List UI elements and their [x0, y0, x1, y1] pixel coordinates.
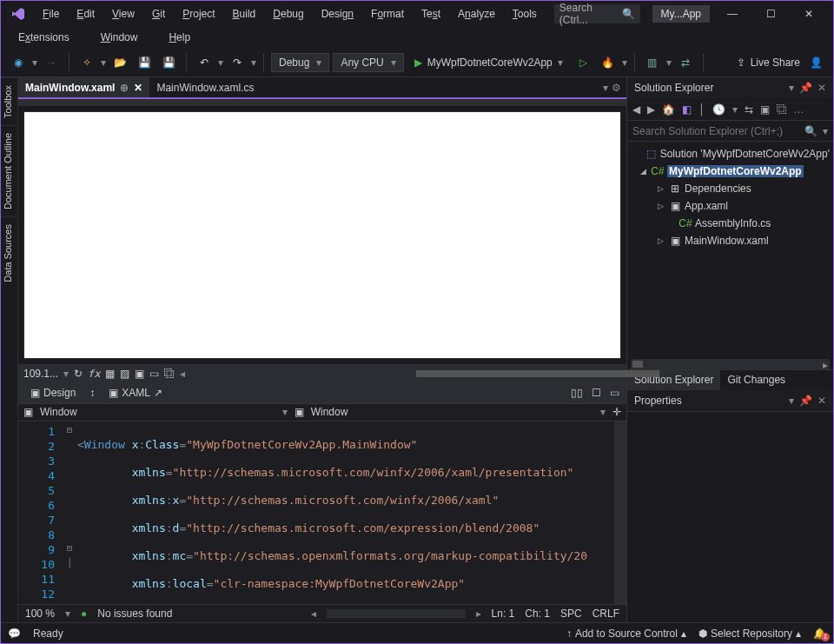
menu-view[interactable]: View [103, 4, 143, 23]
layout-icon[interactable]: ⿻ [164, 368, 175, 380]
tree-appxaml[interactable]: App.xaml [685, 200, 728, 212]
se-h-scroll[interactable]: ▸ [631, 359, 830, 369]
split-h-icon[interactable]: ▯▯ [571, 387, 583, 399]
account-button[interactable]: 👤 [805, 52, 826, 73]
nav-fwd-button[interactable]: → [41, 52, 62, 73]
tabs-settings-icon[interactable]: ⚙ [612, 82, 621, 94]
select-repository[interactable]: ⬢ Select Repository ▴ [698, 627, 801, 640]
swap-icon[interactable]: ↕ [89, 387, 95, 399]
quick-search[interactable]: Search (Ctrl... 🔍 [554, 4, 640, 23]
crumb-right[interactable]: Window [311, 406, 348, 418]
ruler-icon[interactable]: ▭ [149, 368, 159, 380]
se-collapse-icon[interactable]: ⿻ [777, 103, 787, 116]
start-nodebug-button[interactable]: ▷ [573, 52, 594, 73]
grid-icon[interactable]: ▦ [105, 368, 115, 380]
tree-dependencies[interactable]: Dependencies [685, 183, 751, 195]
rail-data-sources[interactable]: Data Sources [1, 216, 17, 289]
se-showall-icon[interactable]: ▣ [760, 103, 770, 116]
se-sync-icon[interactable]: ⇆ [745, 103, 753, 116]
menu-debug[interactable]: Debug [264, 4, 312, 23]
zoom-level[interactable]: 109.1... [23, 368, 58, 380]
rail-document-outline[interactable]: Document Outline [1, 125, 17, 216]
tree-assemblyinfo[interactable]: AssemblyInfo.cs [695, 217, 771, 229]
expand-icon[interactable]: ▷ [655, 202, 665, 210]
menu-file[interactable]: FFileile [34, 4, 68, 23]
issues-label[interactable]: No issues found [97, 607, 172, 620]
designer-h-scroll[interactable] [190, 369, 611, 378]
split-editor-icon[interactable]: ✛ [612, 406, 621, 418]
se-search-input[interactable] [632, 125, 799, 137]
expand-icon[interactable]: ◢ [638, 167, 648, 176]
xaml-designer-canvas[interactable] [23, 111, 621, 359]
minimize-button[interactable]: — [713, 2, 751, 26]
notifications-icon[interactable]: 🔔1 [813, 627, 826, 640]
platform-combo[interactable]: Any CPU▾ [333, 53, 403, 72]
tree-mainwindow[interactable]: MainWindow.xaml [685, 235, 769, 247]
nav-back-button[interactable]: ◉ [8, 52, 29, 73]
se-scope-icon[interactable]: ◧ [682, 103, 692, 116]
editor-h-scroll[interactable] [327, 609, 466, 618]
liveshare-button[interactable]: Live Share [751, 56, 800, 69]
menu-extensions[interactable]: Extensions [10, 28, 78, 47]
tree-solution[interactable]: Solution 'MyWpfDotnetCoreWv2App' [660, 148, 830, 160]
redo-button[interactable]: ↷ [227, 52, 248, 73]
undo-button[interactable]: ↶ [194, 52, 215, 73]
se-search[interactable]: 🔍▾ [627, 121, 833, 142]
fx-icon[interactable]: fx [88, 368, 100, 380]
tool-group-2[interactable]: ⇄ [675, 52, 696, 73]
pin-icon[interactable]: 📌 [799, 395, 812, 407]
expand-icon[interactable]: ▷ [655, 236, 665, 245]
xaml-pane-button[interactable]: ▣ XAML ↗ [103, 385, 168, 401]
tree-project[interactable]: MyWpfDotnetCoreWv2App [667, 165, 804, 177]
panel-close-icon[interactable]: ✕ [817, 82, 826, 94]
menu-format[interactable]: Format [362, 4, 413, 23]
code-editor[interactable]: 123456789101112 ⊟⊟│ <Window x:Class="MyW… [18, 422, 626, 604]
close-tab-icon[interactable]: ✕ [134, 82, 142, 94]
pin-icon[interactable]: ⊕ [120, 82, 129, 94]
add-source-control[interactable]: ↑ Add to Source Control ▴ [566, 627, 686, 640]
tab-mainwindow-xaml-cs[interactable]: MainWindow.xaml.cs [149, 77, 261, 97]
se-fwd-icon[interactable]: ▶ [647, 103, 655, 116]
save-all-button[interactable]: 💾 [158, 52, 179, 73]
project-badge[interactable]: My...App [652, 5, 710, 23]
menu-analyze[interactable]: Analyze [449, 4, 504, 23]
tabs-overflow-icon[interactable]: ▾ [603, 82, 608, 94]
split-v-icon[interactable]: ☐ [592, 387, 601, 399]
config-combo[interactable]: Debug▾ [271, 53, 329, 72]
tab-git-changes[interactable]: Git Changes [720, 370, 792, 390]
panel-menu-icon[interactable]: ▾ [789, 395, 794, 407]
close-button[interactable]: ✕ [790, 2, 828, 26]
guides-icon[interactable]: ▣ [135, 368, 144, 380]
menu-test[interactable]: Test [413, 4, 449, 23]
open-folder-button[interactable]: 📂 [109, 52, 130, 73]
line-ending[interactable]: CRLF [592, 607, 619, 620]
cursor-col[interactable]: Ch: 1 [525, 607, 550, 620]
expand-icon[interactable]: ▷ [655, 184, 665, 193]
se-refresh-icon[interactable]: 🕓 [712, 103, 725, 116]
menu-window[interactable]: Window [92, 28, 147, 47]
pin-icon[interactable]: 📌 [799, 82, 812, 94]
fold-gutter[interactable]: ⊟⊟│ [62, 422, 77, 604]
menu-project[interactable]: Project [174, 4, 223, 23]
menu-tools[interactable]: Tools [504, 4, 546, 23]
hot-reload-button[interactable]: 🔥 [598, 52, 619, 73]
design-pane-button[interactable]: ▣ Design [25, 385, 81, 401]
menu-git[interactable]: Git [143, 4, 174, 23]
panel-menu-icon[interactable]: ▾ [789, 82, 794, 94]
save-button[interactable]: 💾 [134, 52, 155, 73]
tool-group-1[interactable]: ▥ [642, 52, 663, 73]
feedback-icon[interactable]: 💬 [8, 627, 21, 640]
menu-edit[interactable]: Edit [68, 4, 103, 23]
code-content[interactable]: <Window x:Class="MyWpfDotnetCoreWv2App.M… [77, 422, 614, 604]
menu-help[interactable]: Help [160, 28, 199, 47]
properties-panel[interactable] [627, 411, 833, 622]
crumb-left[interactable]: Window [40, 406, 77, 418]
start-debug-button[interactable]: ▶MyWpfDotnetCoreWv2App▾ [407, 52, 570, 73]
collapse-icon[interactable]: ▭ [610, 387, 619, 399]
maximize-button[interactable]: ☐ [751, 2, 790, 26]
indent-mode[interactable]: SPC [560, 607, 582, 620]
menu-design[interactable]: Design [313, 4, 362, 23]
solution-tree[interactable]: ⬚Solution 'MyWpfDotnetCoreWv2App' ◢C#MyW… [627, 142, 833, 359]
cursor-line[interactable]: Ln: 1 [492, 607, 515, 620]
tab-mainwindow-xaml[interactable]: MainWindow.xaml⊕✕ [18, 77, 149, 97]
